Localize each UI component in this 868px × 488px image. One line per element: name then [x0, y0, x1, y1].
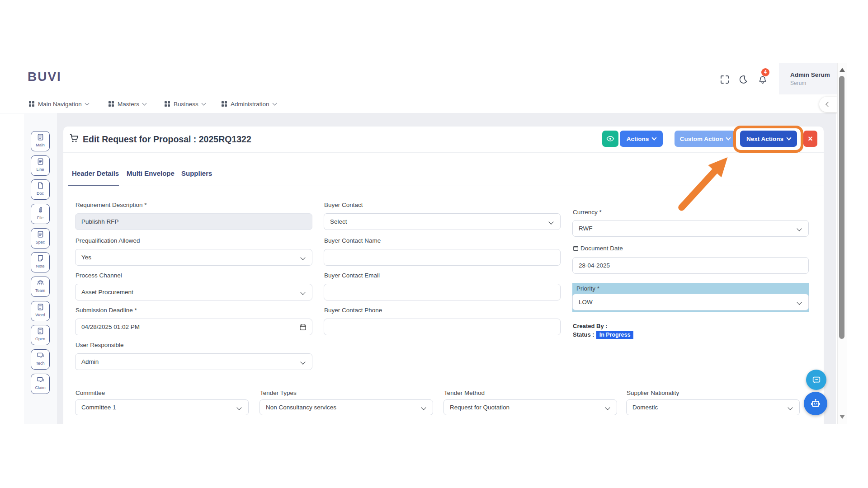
fullscreen-icon[interactable] — [720, 75, 729, 84]
sidebar-item-team[interactable]: Team — [31, 277, 50, 297]
chevron-down-icon — [300, 255, 305, 260]
buyer-contact-select[interactable]: Select — [324, 213, 561, 230]
content-area: Main Line Doc File Spec Note — [24, 113, 836, 424]
priority-label: Priority * — [576, 285, 599, 292]
tender-method-label: Tender Method — [444, 389, 485, 396]
tender-method-select[interactable]: Request for Quotation — [443, 399, 617, 415]
chevron-down-icon — [236, 405, 241, 410]
sidebar-item-main[interactable]: Main — [31, 131, 50, 151]
doc-lines-icon — [37, 158, 44, 165]
buyer-contact-phone-input[interactable] — [324, 319, 561, 335]
tender-types-label: Tender Types — [260, 389, 297, 396]
notification-bell-icon[interactable] — [758, 75, 767, 84]
sidebar-item-label: Note — [31, 264, 49, 268]
sidebar-item-note[interactable]: Note — [31, 252, 50, 272]
calendar-icon[interactable] — [299, 324, 307, 331]
sidebar-item-line[interactable]: Line — [31, 155, 50, 176]
scroll-down-arrow[interactable] — [840, 415, 845, 419]
doc-lines-icon — [37, 133, 44, 141]
buyer-contact-email-label: Buyer Contact Email — [324, 272, 380, 279]
nav-label: Administration — [231, 101, 269, 108]
supplier-nationality-select[interactable]: Domestic — [626, 399, 800, 415]
sidebar-item-label: Claim — [31, 386, 49, 390]
next-actions-button[interactable]: Next Actions — [740, 131, 797, 147]
app-header: BUVI 4 Admin Serum Serum — [0, 63, 837, 95]
status-badge: In Progress — [596, 331, 634, 339]
tab-header-details[interactable]: Header Details — [72, 169, 119, 177]
committee-select[interactable]: Committee 1 — [75, 399, 249, 415]
created-by-label: Created By : — [573, 323, 608, 329]
chevron-down-icon — [797, 300, 802, 305]
sidebar-item-open[interactable]: Open — [31, 325, 50, 345]
process-channel-select[interactable]: Asset Procurement — [75, 284, 312, 300]
sidebar-item-claim[interactable]: Claim — [31, 374, 50, 394]
chevron-down-icon — [797, 226, 802, 231]
tab-multi-envelope[interactable]: Multi Envelope — [127, 169, 175, 177]
submission-deadline-input[interactable]: 04/28/2025 01:02 PM — [75, 319, 312, 335]
panel-collapse-button[interactable] — [819, 97, 837, 112]
vertical-scrollbar[interactable] — [837, 63, 847, 424]
dark-mode-moon-icon[interactable] — [739, 75, 748, 84]
scroll-up-arrow[interactable] — [840, 68, 845, 72]
rfp-edit-card: Edit Request for Proposal : 2025RQ1322 A… — [63, 127, 824, 424]
chevron-down-icon — [726, 135, 731, 140]
select-value: Domestic — [632, 404, 658, 411]
buyer-contact-phone-label: Buyer Contact Phone — [324, 307, 382, 314]
nav-label: Main Navigation — [38, 101, 82, 108]
sidebar-item-label: Team — [31, 289, 49, 293]
buyer-contact-name-input[interactable] — [324, 249, 561, 266]
sidebar-item-label: Open — [31, 337, 49, 341]
user-responsible-select[interactable]: Admin — [75, 353, 312, 370]
chevron-down-icon — [300, 359, 305, 364]
close-icon: × — [808, 134, 813, 144]
view-eye-button[interactable] — [602, 131, 618, 147]
requirement-description-input[interactable]: Publishh RFP — [75, 213, 312, 230]
sidebar-item-doc[interactable]: Doc — [31, 179, 50, 200]
chevron-down-icon — [786, 135, 791, 140]
main-nav-bar: Main Navigation Masters Business Adminis… — [0, 95, 837, 113]
nav-item-administration[interactable]: Administration — [222, 95, 276, 113]
tab-suppliers[interactable]: Suppliers — [181, 169, 212, 177]
tender-types-select[interactable]: Non Consultancy services — [259, 399, 433, 415]
page-title: Edit Request for Proposal : 2025RQ1322 — [83, 134, 251, 145]
sidebar-item-word[interactable]: Word — [31, 301, 50, 321]
nav-item-business[interactable]: Business — [165, 95, 205, 113]
sidebar-item-tech[interactable]: Tech — [31, 349, 50, 370]
actions-button[interactable]: Actions — [620, 131, 663, 147]
chat-icon — [37, 376, 44, 384]
currency-select[interactable]: RWF — [572, 220, 809, 237]
chevron-down-icon — [201, 101, 206, 106]
cart-icon — [69, 133, 79, 143]
document-date-label: Document Date — [573, 245, 623, 252]
scrollbar-thumb[interactable] — [839, 76, 844, 339]
calendar-icon — [573, 245, 579, 251]
buyer-contact-email-input[interactable] — [324, 284, 561, 300]
grid-icon — [108, 101, 114, 107]
app-root: BUVI 4 Admin Serum Serum Main Navigation… — [0, 0, 868, 488]
currency-label: Currency * — [573, 209, 602, 216]
prequalification-allowed-select[interactable]: Yes — [75, 249, 312, 266]
status-row: Status :In Progress — [573, 331, 633, 339]
chevron-down-icon — [652, 135, 657, 140]
chat-fab-button[interactable] — [806, 370, 826, 390]
assistant-bot-fab-button[interactable] — [804, 392, 827, 415]
nav-item-main-navigation[interactable]: Main Navigation — [29, 95, 89, 113]
user-menu[interactable]: Admin Serum Serum — [779, 63, 837, 94]
select-value: Admin — [81, 358, 99, 365]
sidebar-item-spec[interactable]: Spec — [31, 228, 50, 249]
brand-logo[interactable]: BUVI — [28, 70, 61, 84]
committee-label: Committee — [75, 389, 105, 396]
chevron-down-icon — [272, 101, 277, 106]
user-name: Admin Serum — [790, 71, 830, 78]
sidebar-rail: Main Line Doc File Spec Note — [24, 113, 57, 424]
sidebar-item-file[interactable]: File — [31, 204, 50, 224]
doc-lines-icon — [37, 303, 44, 311]
nav-item-masters[interactable]: Masters — [108, 95, 146, 113]
close-button[interactable]: × — [803, 131, 817, 147]
custom-action-button[interactable]: Custom Action — [675, 131, 736, 147]
priority-select[interactable]: LOW — [572, 294, 809, 310]
status-label: Status : — [573, 331, 594, 338]
chat-icon — [37, 352, 44, 359]
chevron-down-icon — [300, 290, 305, 295]
document-date-input[interactable]: 28-04-2025 — [572, 257, 809, 274]
